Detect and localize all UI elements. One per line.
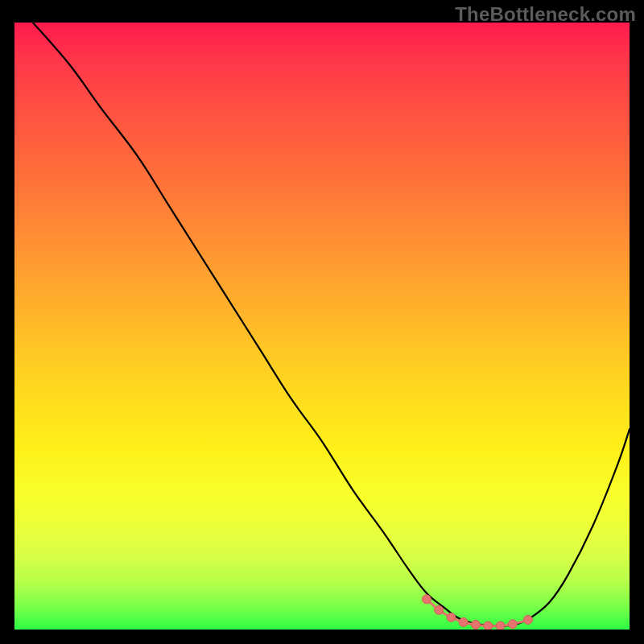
chart-frame: TheBottleneck.com [0, 0, 644, 644]
optimal-marker [422, 595, 431, 604]
watermark-text: TheBottleneck.com [455, 3, 636, 26]
optimal-marker [447, 613, 456, 621]
optimal-marker [484, 621, 493, 630]
optimal-marker [459, 617, 468, 626]
plot-area [14, 23, 630, 630]
optimal-marker [508, 620, 517, 629]
bottleneck-curve [14, 23, 630, 630]
optimal-marker [472, 620, 481, 629]
optimal-marker [496, 621, 505, 630]
curve-path [33, 23, 630, 626]
optimal-marker [435, 605, 444, 614]
optimal-marker [523, 615, 532, 624]
